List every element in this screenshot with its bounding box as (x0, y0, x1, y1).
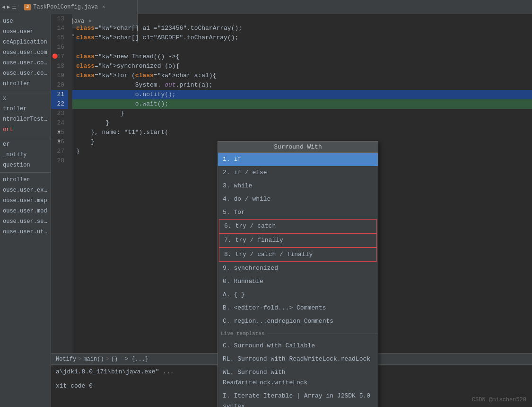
tab-bar-controls: ◀ ▶ ☰ (2, 4, 19, 10)
line-number-value: 21 (57, 90, 64, 99)
code-line[interactable]: class="kw">char[] a1 ="123456".toCharArr… (72, 24, 532, 33)
live-template-item-RL[interactable]: RL. Surround with ReadWriteLock.readLock (218, 353, 378, 366)
popup-items-container: 1. if2. if / else3. while4. do / while5.… (218, 153, 378, 407)
code-line[interactable]: System. out.print(a); (72, 80, 532, 90)
sidebar-item[interactable]: ouse.user (0, 27, 51, 37)
line-number: 15 (51, 33, 68, 43)
sidebar-item[interactable]: ouse.user.mod (0, 206, 51, 216)
code-line[interactable]: } (72, 109, 532, 118)
code-line[interactable]: class="kw">for (class="kw">char a:a1){ (72, 71, 532, 80)
line-number: 21 (51, 90, 68, 99)
fold-arrow-icon[interactable]: ▼ (58, 128, 61, 137)
sidebar-item[interactable]: ouse.user.exce (0, 185, 51, 195)
live-templates-label: Live templates (218, 331, 267, 336)
line-number-value: 18 (57, 62, 64, 71)
surround-item-B[interactable]: B. <editor-fold...> Comments (218, 301, 378, 315)
live-template-item-I[interactable]: I. Iterate Iterable | Array in J2SDK 5.0… (218, 389, 378, 407)
line-number-value: 27 (57, 147, 64, 156)
surround-item-4[interactable]: 4. do / while (218, 193, 378, 206)
surround-item-C[interactable]: C. region...endregion Comments (218, 315, 378, 328)
line-number-value: 19 (57, 71, 64, 80)
surround-item-7[interactable]: 7. try / finally (219, 233, 377, 248)
surround-item-6[interactable]: 6. try / catch (219, 219, 377, 233)
sidebar-item[interactable]: ort (0, 124, 51, 135)
sidebar-separator (0, 172, 51, 173)
code-line[interactable]: }, name: "t1").start( (72, 128, 532, 137)
watermark: CSDN @mischen520 (472, 397, 526, 403)
menu-icon[interactable]: ☰ (12, 4, 17, 10)
back-icon[interactable]: ◀ (2, 4, 5, 10)
line-number: 28 (51, 156, 68, 166)
surround-item-3[interactable]: 3. while (218, 179, 378, 193)
tab-label: TaskPoolConfig.java (33, 4, 98, 10)
live-template-item-WL[interactable]: WL. Surround with ReadWriteLock.writeLoc… (218, 366, 378, 389)
sidebar-item[interactable]: ouse.user.com (0, 47, 51, 58)
line-number: 14 (51, 24, 68, 33)
code-line[interactable]: o.notify(); (72, 90, 532, 99)
surround-item-1[interactable]: 1. if (218, 153, 378, 166)
sidebar-item[interactable]: x (0, 93, 51, 104)
line-number: 24 (51, 118, 68, 128)
breadcrumb-notify: Notify (56, 356, 76, 363)
line-number: 20 (51, 80, 68, 90)
surround-item-0[interactable]: 0. Runnable (218, 275, 378, 288)
breadcrumb-sep-1: > (78, 356, 81, 363)
line-number: 13 (51, 14, 68, 24)
line-number: 16 (51, 43, 68, 52)
code-line[interactable]: class="kw">synchronized (o){ (72, 62, 532, 71)
surround-item-8[interactable]: 8. try / catch / finally (219, 248, 377, 262)
surround-with-popup: Surround With 1. if2. if / else3. while4… (218, 141, 378, 407)
line-number: 18 (51, 62, 68, 71)
sidebar-item[interactable]: _notify (0, 150, 51, 160)
sidebar-item[interactable]: troller (0, 104, 51, 114)
line-number: 19 (51, 71, 68, 80)
code-line[interactable] (72, 14, 532, 24)
code-line[interactable]: } (72, 118, 532, 128)
live-templates-separator: Live templates (218, 330, 378, 337)
line-number: 23 (51, 109, 68, 118)
line-number-value: 28 (57, 156, 64, 166)
line-number-value: 23 (57, 109, 64, 118)
sidebar-item[interactable]: ceApplication (0, 37, 51, 47)
sidebar-separator (0, 137, 51, 137)
tab-close-btn[interactable]: × (102, 4, 105, 10)
tab-TaskPoolConfig-java[interactable]: JTaskPoolConfig.java× (19, 0, 138, 14)
line-number-value: 20 (57, 80, 64, 90)
surround-item-5[interactable]: 5. for (218, 206, 378, 219)
breadcrumb-sep-2: > (106, 356, 109, 363)
sidebar-item[interactable]: ntroller (0, 175, 51, 185)
sidebar-item[interactable]: ntrollerTest.ja (0, 114, 51, 124)
line-number-value: 17 (57, 52, 64, 62)
forward-icon[interactable]: ▶ (7, 4, 10, 10)
code-line[interactable]: o.wait(); (72, 99, 532, 109)
surround-item-9[interactable]: 9. synchronized (218, 262, 378, 275)
sidebar-item[interactable]: ouse.user.conf (0, 58, 51, 68)
surround-item-2[interactable]: 2. if / else (218, 166, 378, 179)
line-number-value: 14 (57, 24, 64, 33)
line-number-value: 16 (57, 43, 64, 52)
sidebar-item[interactable]: use (0, 16, 51, 27)
sidebar-item[interactable]: ouse.user.utils (0, 227, 51, 237)
sidebar-item[interactable]: er (0, 139, 51, 150)
code-line[interactable] (72, 43, 532, 52)
sidebar-item[interactable]: ntroller (0, 79, 51, 89)
fold-arrow-icon[interactable]: ▼ (58, 137, 61, 147)
line-number-value: 15 (57, 33, 64, 43)
sidebar-separator (0, 91, 51, 91)
surround-item-A[interactable]: A. { } (218, 288, 378, 301)
sidebar-item[interactable]: ouse.user.cont (0, 68, 51, 79)
sidebar-item[interactable]: ouse.user.servi (0, 216, 51, 227)
live-template-item-C[interactable]: C. Surround with Callable (218, 339, 378, 353)
line-number-value: 24 (57, 118, 64, 128)
sidebar-item[interactable]: question (0, 160, 51, 170)
code-line[interactable]: class="kw">char[] c1="ABCDEF".toCharArra… (72, 33, 532, 43)
line-number: ▼26 (51, 137, 68, 147)
code-line[interactable]: class="kw">new Thread(() ->{ (72, 52, 532, 62)
popup-title: Surround With (218, 142, 378, 153)
breadcrumb-main: main() (83, 356, 104, 363)
line-number-value: 13 (57, 14, 64, 24)
line-numbers: 13141516🔴1718192021222324▼25▼262728 (51, 14, 72, 353)
sidebar-item[interactable]: ouse.user.map (0, 195, 51, 206)
breadcrumb: Notify > main() > () -> {...} (56, 356, 148, 363)
line-number-value: 22 (57, 99, 64, 109)
